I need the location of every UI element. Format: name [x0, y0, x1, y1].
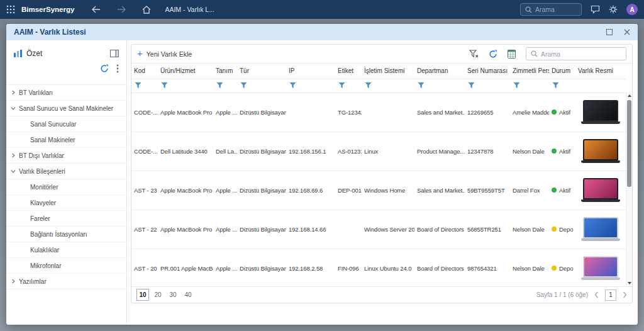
status-dot [552, 266, 557, 271]
asset-thumbnail [583, 100, 618, 124]
tree-item-yaz-l-mlar[interactable]: Yazılımlar [6, 274, 126, 289]
kebab-menu-icon[interactable] [116, 64, 119, 73]
tree-item-bt-d-varl-klar[interactable]: BT Dışı Varlıklar [6, 148, 126, 164]
column-header[interactable]: İşletim Sistemi [362, 64, 414, 79]
filter-cell[interactable] [575, 79, 626, 93]
table-row[interactable]: CODE-...Dell Latitude 3440Dell La...Dizü… [131, 132, 626, 171]
column-header[interactable]: Tanım [213, 64, 237, 79]
tree-item-sanal-makineler[interactable]: Sanal Makineler [6, 132, 126, 148]
cell: Sales and Market... [414, 171, 465, 210]
tree-item-varl-k-bile-enleri[interactable]: Varlık Bileşenleri [6, 164, 126, 179]
clear-filter-icon[interactable] [469, 50, 479, 58]
forward-button[interactable] [117, 6, 126, 13]
column-header[interactable]: Kod [131, 64, 158, 79]
vertical-scrollbar[interactable] [626, 93, 632, 286]
app-window: AAIM - Varlık Listesi Özet [6, 24, 638, 325]
filter-cell[interactable] [549, 79, 575, 93]
next-page-icon[interactable] [623, 291, 627, 298]
column-header[interactable]: Ürün/Hizmet [158, 64, 213, 79]
cell: Dizüstü Bilgisayarlar [237, 132, 286, 171]
filter-cell[interactable] [158, 79, 213, 93]
image-cell [575, 132, 626, 171]
filter-cell[interactable] [362, 79, 414, 93]
grid-refresh-icon[interactable] [489, 50, 497, 59]
scroll-up-arrow[interactable] [628, 94, 631, 97]
chevron-icon [11, 169, 16, 174]
cell [286, 93, 335, 132]
image-cell [575, 249, 626, 286]
back-button[interactable] [92, 6, 101, 13]
cell: 12269655 [465, 93, 510, 132]
grid-search-input[interactable] [541, 50, 621, 58]
column-header[interactable]: Departman [414, 64, 465, 79]
filter-cell[interactable] [237, 79, 286, 93]
collapse-panel-icon[interactable] [110, 50, 119, 57]
sidebar-refresh-icon[interactable] [100, 64, 109, 73]
avatar[interactable]: A [626, 4, 638, 15]
page-size-10[interactable]: 10 [136, 289, 149, 301]
global-search-input[interactable] [535, 6, 577, 13]
cell: AST - 23 [131, 171, 158, 210]
asset-thumbnail [583, 217, 618, 241]
grid-search[interactable] [526, 47, 626, 60]
column-header[interactable]: Seri Numarası [465, 64, 510, 79]
cell: Product Manage... [414, 132, 465, 171]
column-header[interactable]: Zimmetli Pers... [510, 64, 549, 79]
table-row[interactable]: AST - 20PR.001 Apple MacBook P...Apple .… [131, 249, 626, 286]
column-header[interactable]: Durum [549, 64, 575, 79]
add-asset-button[interactable]: + Yeni Varlık Ekle [137, 50, 192, 58]
tree-item-sanal-sunucu-ve-sanal-makineler[interactable]: Sanal Sunucu ve Sanal Makineler [6, 101, 126, 116]
image-cell [575, 210, 626, 249]
cell: Apple MacBook Pro M3 [158, 93, 213, 132]
filter-cell[interactable] [213, 79, 237, 93]
close-button[interactable] [624, 29, 630, 35]
tree-item-monit-rler[interactable]: Monitörler [6, 179, 126, 195]
table-row[interactable]: AST - 22Apple MacBook Pro M3Apple ...Diz… [131, 210, 626, 249]
open-tab[interactable]: AAIM - Varlık L... [165, 6, 214, 13]
tree-item-klavyeler[interactable]: Klavyeler [6, 195, 126, 211]
brand-logo[interactable]: BimserSynergy [21, 6, 74, 13]
tree-item-ba-lant-i-stasyonlar-[interactable]: Bağlantı İstasyonları [6, 227, 126, 242]
tree-item-kulakl-klar[interactable]: Kulaklıklar [6, 242, 126, 258]
cell: Apple ... [213, 93, 237, 132]
status-dot [552, 188, 557, 193]
current-page-button[interactable]: 1 [605, 289, 616, 301]
column-header[interactable]: Etiket [335, 64, 362, 79]
maximize-button[interactable] [606, 29, 613, 35]
tree-item-sanal-sunucular[interactable]: Sanal Sunucular [6, 116, 126, 132]
filter-funnel-icon [552, 82, 559, 89]
scroll-down-arrow[interactable] [628, 282, 631, 284]
feedback-icon[interactable] [591, 5, 600, 14]
apps-grid-icon[interactable] [6, 5, 15, 14]
table-row[interactable]: CODE-...Apple MacBook Pro M3Apple ...Diz… [131, 93, 626, 132]
window-title: AAIM - Varlık Listesi [14, 28, 86, 36]
export-spreadsheet-icon[interactable] [508, 50, 516, 59]
settings-gear-icon[interactable] [609, 5, 618, 14]
tree-item-label: Klavyeler [30, 199, 56, 206]
tree-item-bt-varl-klar-[interactable]: BT Varlıkları [6, 85, 126, 101]
filter-cell[interactable] [131, 79, 158, 93]
cell: Dell Latitude 3440 [158, 132, 213, 171]
page-size-20[interactable]: 20 [152, 289, 164, 301]
filter-cell[interactable] [286, 79, 335, 93]
home-button[interactable] [142, 6, 151, 14]
scrollbar-thumb[interactable] [627, 100, 631, 187]
filter-cell[interactable] [414, 79, 465, 93]
cell: AST - 22 [131, 210, 158, 249]
filter-cell[interactable] [335, 79, 362, 93]
global-search[interactable] [520, 3, 582, 16]
column-header[interactable]: Varlık Resmi [575, 64, 626, 79]
filter-cell[interactable] [465, 79, 510, 93]
table-row[interactable]: AST - 23Apple MacBook Pro M3Apple ...Diz… [131, 171, 626, 210]
column-header[interactable]: IP [286, 64, 335, 79]
tree-item-label: Sanal Makineler [30, 137, 75, 143]
tree-item-mikrofonlar[interactable]: Mikrofonlar [6, 258, 126, 274]
page-size-40[interactable]: 40 [182, 289, 194, 301]
desktop-backdrop: AAIM - Varlık Listesi Özet [0, 19, 644, 331]
tree-item-fareler[interactable]: Fareler [6, 211, 126, 227]
filter-cell[interactable] [510, 79, 549, 93]
page-size-30[interactable]: 30 [167, 289, 179, 301]
prev-page-icon[interactable] [594, 291, 599, 298]
asset-thumbnail [583, 139, 618, 163]
column-header[interactable]: Tür [237, 64, 286, 79]
